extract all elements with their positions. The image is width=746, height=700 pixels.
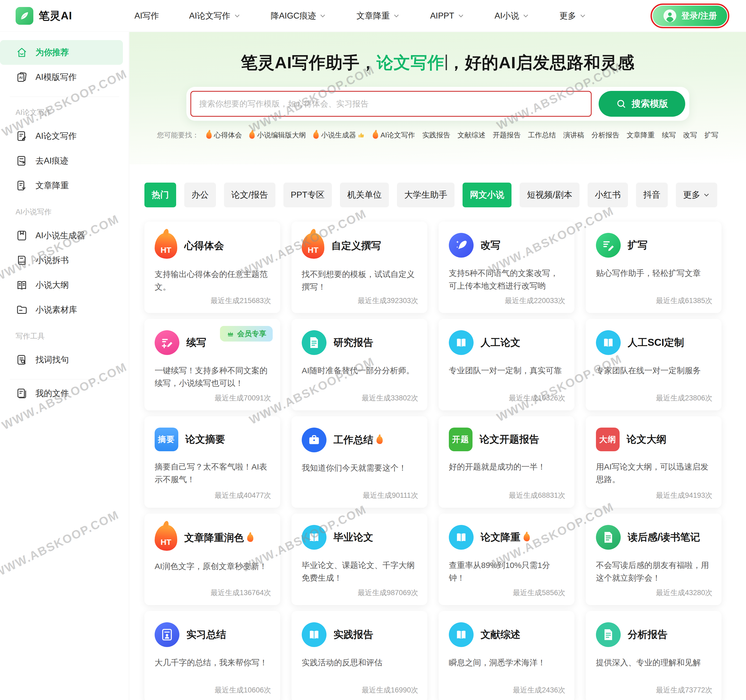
tab-more[interactable]: 更多	[676, 182, 717, 207]
sidebar-item-novel-split[interactable]: 小说拆书	[0, 248, 123, 273]
nav-item-ai-paper[interactable]: AI论文写作	[189, 10, 241, 21]
tab-hot[interactable]: 热门	[144, 182, 176, 207]
suggestion-item[interactable]: 演讲稿	[563, 130, 584, 140]
hot-fire-icon: HT	[155, 525, 177, 551]
nav-item-ai-writing[interactable]: AI写作	[134, 10, 159, 21]
card-count: 最近生成73772次	[656, 685, 712, 695]
suggestion-item[interactable]: AI论文写作	[373, 130, 415, 140]
card-paper-dedup[interactable]: 论文降重 查重率从89%到10%只需1分钟！ 最近生成5856次	[439, 513, 575, 605]
nav-item-more[interactable]: 更多	[560, 10, 586, 21]
card-expand[interactable]: 扩写 贴心写作助手，轻松扩写文章 最近生成61385次	[586, 221, 722, 313]
suggestion-item[interactable]: 小说生成器	[313, 130, 365, 140]
card-proposal-report[interactable]: 开题论文开题报告 好的开题就是成功的一半！ 最近生成68831次	[439, 416, 575, 508]
card-manual-paper[interactable]: 人工论文 专业团队一对一定制，真实可靠 最近生成10326次	[439, 319, 575, 410]
search-input[interactable]	[190, 91, 592, 117]
suggestion-item[interactable]: 心得体会	[206, 130, 242, 140]
tab-douyin[interactable]: 抖音	[636, 182, 668, 207]
sidebar-item-find-words[interactable]: 找词找句	[0, 348, 123, 372]
card-internship-summary[interactable]: 实习总结 大几千字的总结，我来帮你写！ 最近生成10606次	[144, 611, 280, 700]
card-title: 论文摘要	[185, 433, 225, 446]
card-count: 最近生成43280次	[656, 588, 712, 598]
suggestion-item[interactable]: 扩写	[704, 130, 718, 140]
proposal-badge-icon: 开题	[449, 428, 472, 451]
sidebar-item-recommend[interactable]: 为你推荐	[0, 40, 123, 65]
search-button[interactable]: 搜索模版	[599, 91, 685, 117]
card-experience-summary[interactable]: HT心得体会 支持输出心得体会的任意主题范文。 最近生成215683次	[144, 221, 280, 313]
home-icon	[16, 46, 28, 59]
sidebar-item-novel-assets[interactable]: 小说素材库	[0, 297, 123, 322]
card-count: 最近生成220033次	[505, 296, 565, 306]
card-reading-notes[interactable]: 读后感/读书笔记 不会写读后感的朋友有福啦，用这个就立刻学会！ 最近生成4328…	[586, 513, 722, 605]
tab-government[interactable]: 机关单位	[340, 182, 389, 207]
sidebar-item-novel-generator[interactable]: AI小说生成器	[0, 223, 123, 248]
card-title: 扩写	[628, 239, 648, 252]
sidebar-item-ai-template[interactable]: AI AI模版写作	[0, 65, 123, 90]
card-analysis-report[interactable]: 分析报告 提供深入、专业的理解和见解 最近生成73772次	[586, 611, 722, 700]
sidebar-section-tools: 写作工具	[0, 322, 129, 348]
suggestion-item[interactable]: 小说编辑版大纲	[249, 130, 306, 140]
tab-label: 大学生助手	[404, 189, 447, 201]
card-practice-report[interactable]: 实践报告 实践活动的反思和评估 最近生成16990次	[292, 611, 427, 700]
tab-short-video[interactable]: 短视频/剧本	[520, 182, 579, 207]
sidebar-item-my-files[interactable]: 我的文件	[0, 381, 123, 406]
sidebar-item-ai-paper[interactable]: AI论文写作	[0, 124, 123, 148]
card-custom-writing[interactable]: HT自定义撰写 找不到想要的模板，试试自定义撰写！ 最近生成392303次	[292, 221, 427, 313]
tab-ppt[interactable]: PPT专区	[283, 182, 332, 207]
nav-item-reduce-aigc[interactable]: 降AIGC痕迹	[271, 10, 326, 21]
sidebar-item-label: 为你推荐	[36, 47, 69, 58]
suggestion-label: 小说编辑版大纲	[257, 130, 306, 140]
card-count: 最近生成2436次	[513, 685, 565, 695]
tab-web-novel[interactable]: 网文小说	[463, 182, 511, 207]
sidebar-item-article-dedup[interactable]: 文章降重	[0, 173, 123, 198]
search-button-label: 搜索模版	[632, 98, 668, 110]
card-work-summary[interactable]: 工作总结 我知道你们今天就需要这个！ 最近生成90111次	[292, 416, 427, 508]
card-continue[interactable]: 会员专享 续写 一键续写！支持多种不同文案的续写，小说续写也可以！ 最近生成70…	[144, 319, 280, 410]
sidebar-divider	[10, 379, 119, 379]
flame-icon	[247, 534, 253, 542]
open-book-icon	[449, 622, 474, 647]
sidebar-section-paper: AI论文写作	[0, 98, 129, 124]
tab-xiaohongshu[interactable]: 小红书	[588, 182, 628, 207]
tab-paper-report[interactable]: 论文/报告	[224, 182, 275, 207]
suggestion-item[interactable]: 改写	[683, 130, 697, 140]
book-icon	[16, 254, 28, 266]
suggestion-item[interactable]: 开题报告	[493, 130, 520, 140]
folder-icon	[16, 304, 28, 316]
card-graduation-thesis[interactable]: 毕业论文 毕业论文、课题论文、千字大纲免费生成！ 最近生成987069次	[292, 513, 427, 605]
suggestion-item[interactable]: 实践报告	[422, 130, 450, 140]
suggestion-item[interactable]: 文献综述	[457, 130, 486, 140]
card-desc: 一键续写！支持多种不同文案的续写，小说续写也可以！	[155, 364, 270, 390]
card-research-report[interactable]: 研究报告 AI随时准备替代一部分分析师。 最近生成33802次	[292, 319, 427, 410]
suggestion-item[interactable]: 分析报告	[591, 130, 619, 140]
search-icon	[615, 98, 627, 110]
card-manual-sci[interactable]: 人工SCI定制 专家团队在线一对一定制服务 最近生成23806次	[586, 319, 722, 410]
suggestion-label: 文章降重	[627, 130, 654, 140]
nav-item-aippt[interactable]: AIPPT	[430, 11, 465, 21]
card-title-text: 工作总结	[334, 433, 373, 447]
nav-item-ai-novel[interactable]: AI小说	[495, 10, 529, 21]
tab-office[interactable]: 办公	[184, 182, 216, 207]
card-desc: 好的开题就是成功的一半！	[449, 461, 564, 473]
search-suggestions: 您可能要找： 心得体会 小说编辑版大纲 小说生成器 AI论文写作 实践报告 文献…	[129, 130, 746, 140]
suggestion-item[interactable]: 工作总结	[528, 130, 556, 140]
logo[interactable]: 笔灵AI	[0, 7, 118, 25]
hot-fire-icon: HT	[155, 233, 177, 259]
card-dedup-polish[interactable]: HT文章降重润色 AI润色文字，原创文章秒变新！ 最近生成136764次	[144, 513, 280, 605]
card-rewrite[interactable]: 改写 支持5种不同语气的文案改写，可上传本地文档进行改写哟 最近生成220033…	[439, 221, 575, 313]
nav-item-article-dedup[interactable]: 文章降重	[356, 10, 400, 21]
card-title: 人工SCI定制	[628, 336, 684, 349]
card-paper-outline[interactable]: 大纲论文大纲 用AI写论文大纲，可以迅速启发思路。 最近生成94193次	[586, 416, 722, 508]
tab-student-helper[interactable]: 大学生助手	[397, 182, 454, 207]
suggestion-label: 续写	[662, 130, 676, 140]
ai-glyph: AI	[19, 75, 23, 80]
sidebar-item-novel-outline[interactable]: 小说大纲	[0, 273, 123, 297]
suggestion-item[interactable]: 文章降重	[627, 130, 654, 140]
login-register-button[interactable]: 登录/注册	[653, 6, 727, 26]
continue-pen-icon	[155, 330, 179, 355]
suggestion-item[interactable]: 续写	[662, 130, 676, 140]
sidebar-item-label: 找词找句	[36, 354, 69, 366]
sidebar: 为你推荐 AI AI模版写作 AI论文写作 AI论文写作 去AI痕迹 文章降重 …	[0, 32, 129, 700]
card-paper-abstract[interactable]: 摘要论文摘要 摘要自己写？太不客气啦！AI表示不服气！ 最近生成40477次	[144, 416, 280, 508]
card-literature-review[interactable]: 文献综述 瞬息之间，洞悉学术海洋！ 最近生成2436次	[439, 611, 575, 700]
sidebar-item-remove-ai-trace[interactable]: 去AI痕迹	[0, 148, 123, 173]
